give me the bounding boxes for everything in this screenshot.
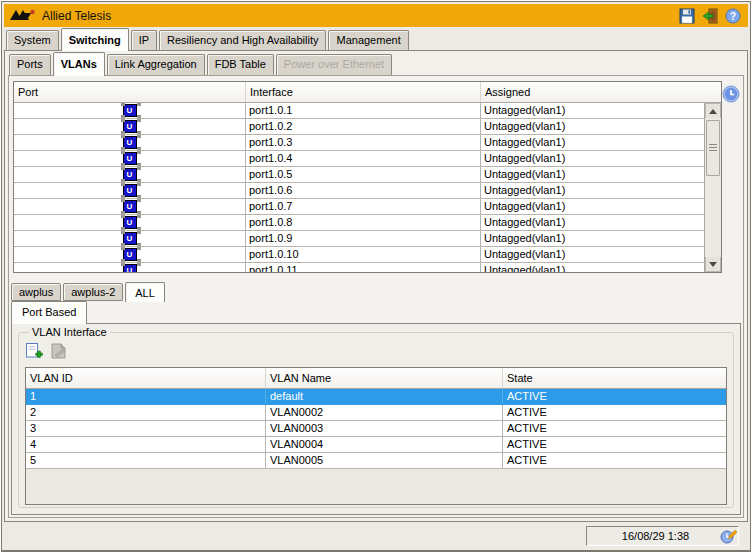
assigned-cell: Untagged(vlan1) (481, 215, 704, 230)
port-cell: U (14, 247, 246, 262)
svg-text:?: ? (730, 10, 736, 21)
port-untagged-icon[interactable]: U (123, 120, 137, 133)
column-header-vlan-id[interactable]: VLAN ID (26, 368, 266, 388)
logout-icon[interactable] (701, 7, 719, 24)
edit-vlan-button (50, 342, 68, 360)
vlan-table-row[interactable]: 3VLAN0003ACTIVE (26, 421, 726, 437)
assigned-cell: Untagged(vlan1) (481, 247, 704, 262)
assigned-cell: Untagged(vlan1) (481, 135, 704, 150)
vlan-state-cell: ACTIVE (503, 437, 726, 452)
port-table-row[interactable]: Uport1.0.8Untagged(vlan1) (14, 215, 704, 231)
assigned-cell: Untagged(vlan1) (481, 183, 704, 198)
tab-link-aggregation[interactable]: Link Aggregation (107, 54, 205, 75)
port-icon-label: U (127, 155, 133, 163)
port-based-page: VLAN Interface (11, 323, 741, 515)
vlan-id-cell: 2 (26, 405, 266, 420)
port-untagged-icon[interactable]: U (123, 152, 137, 165)
vlan-table-row[interactable]: 5VLAN0005ACTIVE (26, 453, 726, 469)
port-table-row[interactable]: Uport1.0.11Untagged(vlan1) (14, 263, 704, 272)
tab-switching[interactable]: Switching (61, 28, 129, 51)
port-table-row[interactable]: Uport1.0.1Untagged(vlan1) (14, 103, 704, 119)
time-edit-icon[interactable] (720, 528, 737, 545)
vlan-state-cell: ACTIVE (503, 421, 726, 436)
device-tab-bar: awplus awplus-2 ALL (11, 280, 743, 301)
app-title: Allied Telesis (42, 9, 111, 23)
port-cell: U (14, 151, 246, 166)
refresh-clock-icon[interactable] (722, 85, 740, 105)
vlan-id-cell: 1 (26, 389, 266, 404)
port-table-row[interactable]: Uport1.0.5Untagged(vlan1) (14, 167, 704, 183)
port-table-row[interactable]: Uport1.0.2Untagged(vlan1) (14, 119, 704, 135)
vlan-table-row[interactable]: 2VLAN0002ACTIVE (26, 405, 726, 421)
datetime-value: 16/08/29 1:38 (587, 530, 738, 542)
tab-management[interactable]: Management (328, 30, 408, 50)
tab-system[interactable]: System (6, 30, 59, 50)
scrollbar-thumb[interactable] (706, 120, 720, 176)
vlan-state-cell: ACTIVE (503, 405, 726, 420)
port-cell: U (14, 199, 246, 214)
column-header-vlan-name[interactable]: VLAN Name (266, 368, 503, 388)
port-icon-label: U (127, 107, 133, 115)
port-icon-label: U (127, 171, 133, 179)
interface-cell: port1.0.3 (246, 135, 481, 150)
vlan-state-cell: ACTIVE (503, 453, 726, 468)
column-header-port[interactable]: Port (14, 82, 246, 102)
scroll-down-button[interactable] (705, 257, 721, 272)
arrow-down-icon (709, 262, 717, 267)
port-table-row[interactable]: Uport1.0.6Untagged(vlan1) (14, 183, 704, 199)
tab-awplus[interactable]: awplus (11, 283, 61, 301)
interface-cell: port1.0.1 (246, 103, 481, 118)
port-untagged-icon[interactable]: U (123, 248, 137, 261)
vlan-table-row[interactable]: 1defaultACTIVE (26, 389, 726, 405)
vlan-table-body: 1defaultACTIVE2VLAN0002ACTIVE3VLAN0003AC… (26, 389, 726, 469)
port-icon-label: U (127, 139, 133, 147)
port-untagged-icon[interactable]: U (123, 104, 137, 117)
vlan-name-cell: VLAN0004 (266, 437, 503, 452)
port-untagged-icon[interactable]: U (123, 216, 137, 229)
interface-cell: port1.0.11 (246, 263, 481, 272)
tab-fdb-table[interactable]: FDB Table (207, 54, 274, 75)
port-table-row[interactable]: Uport1.0.4Untagged(vlan1) (14, 151, 704, 167)
port-table-scrollbar[interactable] (704, 103, 721, 272)
port-table-row[interactable]: Uport1.0.3Untagged(vlan1) (14, 135, 704, 151)
port-table: Port Interface Assigned Uport1.0.1Untagg… (13, 81, 722, 273)
sub-tab-bar: Ports VLANs Link Aggregation FDB Table P… (5, 51, 747, 75)
port-icon-label: U (127, 123, 133, 131)
assigned-cell: Untagged(vlan1) (481, 263, 704, 272)
port-untagged-icon[interactable]: U (123, 264, 137, 272)
tab-resiliency[interactable]: Resiliency and High Availability (159, 30, 326, 50)
vlan-name-cell: default (266, 389, 503, 404)
tab-power-over-ethernet: Power over Ethernet (276, 54, 392, 75)
tab-port-based[interactable]: Port Based (11, 301, 87, 324)
add-vlan-button[interactable] (25, 342, 43, 360)
port-table-body: Uport1.0.1Untagged(vlan1)Uport1.0.2Untag… (14, 103, 704, 272)
vlan-table-row[interactable]: 4VLAN0004ACTIVE (26, 437, 726, 453)
port-table-row[interactable]: Uport1.0.7Untagged(vlan1) (14, 199, 704, 215)
column-header-interface[interactable]: Interface (246, 82, 481, 102)
port-untagged-icon[interactable]: U (123, 232, 137, 245)
help-icon[interactable]: ? (724, 7, 742, 24)
interface-cell: port1.0.8 (246, 215, 481, 230)
port-untagged-icon[interactable]: U (123, 136, 137, 149)
port-untagged-icon[interactable]: U (123, 168, 137, 181)
assigned-cell: Untagged(vlan1) (481, 151, 704, 166)
port-table-row[interactable]: Uport1.0.10Untagged(vlan1) (14, 247, 704, 263)
column-header-state[interactable]: State (503, 368, 726, 388)
port-untagged-icon[interactable]: U (123, 200, 137, 213)
tab-vlans[interactable]: VLANs (53, 52, 105, 76)
column-header-assigned[interactable]: Assigned (481, 82, 721, 102)
tab-all[interactable]: ALL (125, 282, 165, 302)
port-icon-label: U (127, 203, 133, 211)
port-table-row[interactable]: Uport1.0.9Untagged(vlan1) (14, 231, 704, 247)
vlan-table-filler (26, 469, 726, 504)
tab-ports[interactable]: Ports (9, 54, 51, 75)
port-icon-label: U (127, 235, 133, 243)
tab-awplus-2[interactable]: awplus-2 (63, 283, 123, 301)
tab-ip[interactable]: IP (131, 30, 157, 50)
port-untagged-icon[interactable]: U (123, 184, 137, 197)
interface-cell: port1.0.2 (246, 119, 481, 134)
scroll-up-button[interactable] (705, 103, 721, 118)
vlan-table-header: VLAN ID VLAN Name State (26, 368, 726, 389)
interface-cell: port1.0.5 (246, 167, 481, 182)
save-icon[interactable] (678, 7, 696, 24)
